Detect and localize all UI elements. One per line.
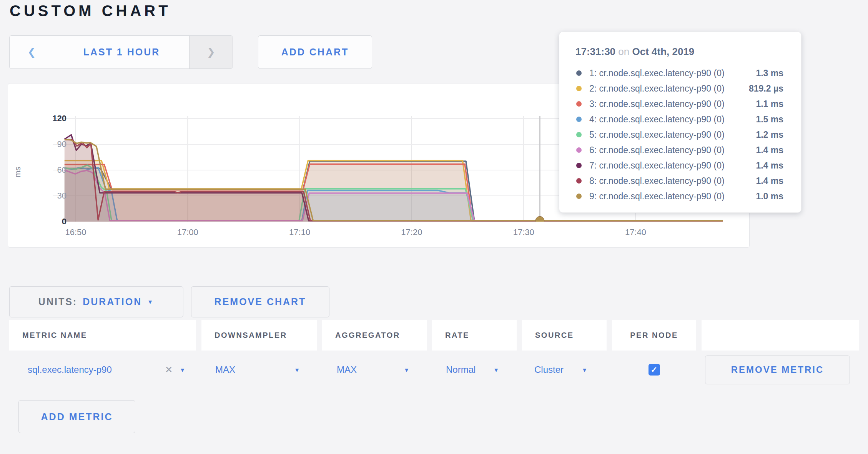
series-color-dot [576,132,582,137]
series-value: 1.2 ms [756,130,783,140]
series-value: 1.1 ms [756,99,783,109]
clear-metric-icon[interactable]: ✕ [165,364,173,375]
series-color-dot [576,101,582,107]
series-value: 1.3 ms [756,68,783,78]
rate-value: Normal [446,364,476,375]
units-label: UNITS: [38,296,77,307]
downsampler-dropdown[interactable]: MAX ▼ [201,364,317,375]
x-tick-label: 17:00 [177,227,198,237]
check-icon: ✓ [651,365,658,374]
series-color-dot [576,147,582,153]
series-label: 8: cr.node.sql.exec.latency-p90 (0) [589,176,756,186]
series-value: 1.4 ms [756,176,783,186]
series-label: 6: cr.node.sql.exec.latency-p90 (0) [589,145,756,155]
time-range-prev-button[interactable]: ❮ [10,36,54,68]
header-aggregator: AGGREGATOR [322,320,427,351]
x-tick-label: 17:30 [513,227,534,237]
tooltip-row: 9: cr.node.sql.exec.latency-p90 (0)1.0 m… [575,189,783,204]
series-label: 1: cr.node.sql.exec.latency-p90 (0) [589,68,756,78]
source-value: Cluster [534,364,564,375]
series-color-dot [576,163,582,168]
series-label: 5: cr.node.sql.exec.latency-p90 (0) [589,130,756,140]
per-node-checkbox[interactable]: ✓ [649,364,660,376]
x-tick-label: 17:10 [289,227,310,237]
chevron-down-icon: ▼ [493,367,499,373]
hover-marker-dot [535,216,544,225]
chart-hover-tooltip: 17:31:30 on Oct 4th, 2019 1: cr.node.sql… [559,32,801,213]
series-label: 2: cr.node.sql.exec.latency-p90 (0) [589,83,749,94]
series-value: 1.4 ms [756,145,783,155]
chevron-down-icon: ▼ [294,367,300,373]
units-value: DURATION [83,296,142,307]
aggregator-value: MAX [337,364,357,375]
chevron-down-icon[interactable]: ▼ [180,367,185,373]
series-label: 9: cr.node.sql.exec.latency-p90 (0) [589,191,756,202]
page-title: CUSTOM CHART [10,2,171,20]
metric-row: sql.exec.latency-p90 ✕ ▼ MAX ▼ MAX ▼ Nor… [9,351,859,389]
series-label: 4: cr.node.sql.exec.latency-p90 (0) [589,114,756,125]
downsampler-value: MAX [215,364,235,375]
tooltip-row: 6: cr.node.sql.exec.latency-p90 (0)1.4 m… [575,142,783,158]
header-metric-name: METRIC NAME [9,320,196,351]
chevron-down-icon: ▼ [582,367,587,373]
x-tick-label: 17:20 [401,227,422,237]
y-tick-label: 30 [57,191,67,200]
y-tick-label: 90 [57,139,67,149]
x-tick-label: 16:50 [65,227,86,237]
series-label: 3: cr.node.sql.exec.latency-p90 (0) [589,99,756,109]
metric-name-link[interactable]: sql.exec.latency-p90 [28,364,112,375]
y-tick-label: 120 [52,114,67,123]
time-range-next-button[interactable]: ❯ [189,36,233,68]
add-chart-button[interactable]: ADD CHART [258,35,372,69]
header-downsampler: DOWNSAMPLER [201,320,317,351]
remove-chart-button[interactable]: REMOVE CHART [191,286,329,317]
tooltip-row: 4: cr.node.sql.exec.latency-p90 (0)1.5 m… [575,112,783,127]
remove-metric-button[interactable]: REMOVE METRIC [705,356,850,384]
tooltip-row: 1: cr.node.sql.exec.latency-p90 (0)1.3 m… [575,65,783,81]
header-actions [702,320,859,351]
aggregator-dropdown[interactable]: MAX ▼ [322,364,427,375]
rate-dropdown[interactable]: Normal ▼ [432,364,517,375]
add-metric-button[interactable]: ADD METRIC [18,400,135,433]
header-source: SOURCE [522,320,607,351]
series-value: 1.5 ms [756,114,783,125]
tooltip-row: 5: cr.node.sql.exec.latency-p90 (0)1.2 m… [575,127,783,142]
time-range-dropdown[interactable]: LAST 1 HOUR [54,36,189,68]
series-color-dot [576,194,582,199]
chevron-down-icon: ▼ [404,367,409,373]
per-node-cell: ✓ [612,364,696,376]
header-per-node: PER NODE [612,320,696,351]
tooltip-row: 7: cr.node.sql.exec.latency-p90 (0)1.4 m… [575,158,783,173]
series-color-dot [576,86,582,91]
tooltip-row: 8: cr.node.sql.exec.latency-p90 (0)1.4 m… [575,173,783,189]
metrics-table-header: METRIC NAME DOWNSAMPLER AGGREGATOR RATE … [9,320,859,351]
series-value: 1.4 ms [756,160,783,171]
metric-name-cell: sql.exec.latency-p90 ✕ ▼ [9,364,196,375]
time-range-selector: ❮ LAST 1 HOUR ❯ [9,35,233,69]
y-tick-label: 60 [57,165,67,175]
chevron-left-icon: ❮ [28,46,36,58]
header-rate: RATE [432,320,517,351]
tooltip-series-list: 1: cr.node.sql.exec.latency-p90 (0)1.3 m… [575,65,783,204]
custom-chart-page: CUSTOM CHART ❮ LAST 1 HOUR ❯ ADD CHART 0… [0,0,868,454]
chevron-down-icon: ▼ [147,299,154,305]
tooltip-time: 17:31:30 [575,46,615,57]
source-dropdown[interactable]: Cluster ▼ [522,364,607,375]
series-label: 7: cr.node.sql.exec.latency-p90 (0) [589,160,756,171]
series-color-dot [576,178,582,184]
units-dropdown[interactable]: UNITS: DURATION ▼ [9,286,183,317]
y-axis-unit-label: ms [13,167,22,177]
tooltip-date: Oct 4th, 2019 [632,46,694,57]
series-value: 819.2 µs [749,83,783,94]
tooltip-row: 2: cr.node.sql.exec.latency-p90 (0)819.2… [575,81,783,96]
actions-cell: REMOVE METRIC [702,356,859,384]
x-tick-label: 17:40 [625,227,646,237]
y-tick-label: 0 [62,217,67,226]
series-value: 1.0 ms [756,191,783,202]
tooltip-row: 3: cr.node.sql.exec.latency-p90 (0)1.1 m… [575,96,783,112]
series-color-dot [576,70,582,76]
chevron-right-icon: ❯ [207,46,215,58]
series-color-dot [576,117,582,122]
tooltip-on-word: on [618,46,629,57]
tooltip-header: 17:31:30 on Oct 4th, 2019 [575,46,783,58]
